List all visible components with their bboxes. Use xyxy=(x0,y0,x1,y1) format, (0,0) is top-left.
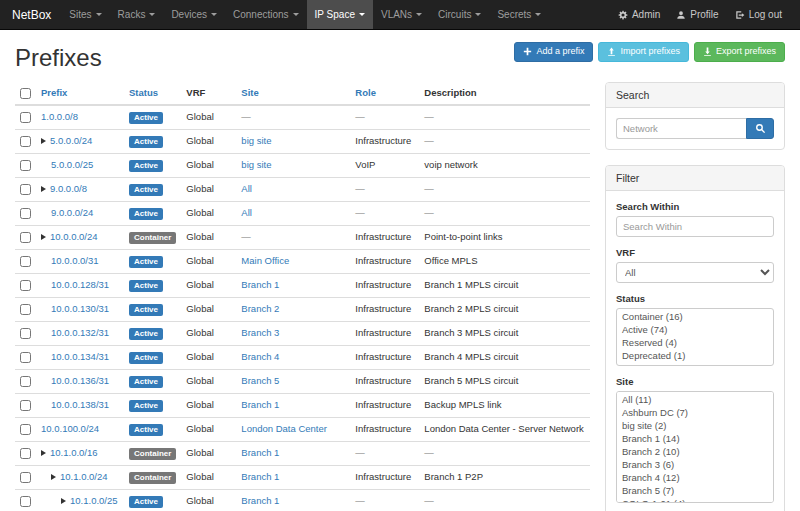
prefix-link[interactable]: 10.1.0.0/25 xyxy=(70,495,118,506)
row-checkbox[interactable] xyxy=(20,160,31,171)
site-link[interactable]: Branch 4 xyxy=(241,351,279,362)
column-header-prefix[interactable]: Prefix xyxy=(41,87,67,98)
row-checkbox[interactable] xyxy=(20,112,31,123)
prefix-link[interactable]: 10.0.0.128/31 xyxy=(51,279,109,290)
nav-item-circuits[interactable]: Circuits xyxy=(430,0,489,29)
select-all-checkbox[interactable] xyxy=(20,88,31,99)
status-filter-select[interactable]: Container (16)Active (74)Reserved (4)Dep… xyxy=(616,308,774,366)
site-link[interactable]: big site xyxy=(241,135,271,146)
nav-item-logout[interactable]: Log out xyxy=(727,0,790,29)
site-link[interactable]: Branch 1 xyxy=(241,495,279,506)
site-link[interactable]: Main Office xyxy=(241,255,289,266)
row-checkbox[interactable] xyxy=(20,136,31,147)
site-link[interactable]: All xyxy=(241,183,252,194)
top-navbar: NetBox Sites Racks Devices Connections I… xyxy=(0,0,800,30)
role-cell: Infrastructure xyxy=(350,345,419,369)
column-header-status[interactable]: Status xyxy=(129,87,158,98)
site-link[interactable]: Branch 1 xyxy=(241,471,279,482)
status-badge: Container xyxy=(129,232,176,244)
prefix-link[interactable]: 9.0.0.0/24 xyxy=(51,207,93,218)
nav-item-label: Devices xyxy=(171,9,207,20)
row-checkbox[interactable] xyxy=(20,400,31,411)
column-header-site[interactable]: Site xyxy=(241,87,258,98)
row-checkbox[interactable] xyxy=(20,256,31,267)
expand-toggle-icon[interactable] xyxy=(51,474,56,480)
button-label: Export prefixes xyxy=(716,47,776,57)
gear-icon xyxy=(618,10,628,20)
vrf-filter-select[interactable]: All xyxy=(616,262,774,283)
prefix-link[interactable]: 10.0.0.0/24 xyxy=(50,231,98,242)
site-link[interactable]: Branch 5 xyxy=(241,375,279,386)
row-checkbox[interactable] xyxy=(20,424,31,435)
prefix-link[interactable]: 9.0.0.0/8 xyxy=(50,183,87,194)
site-link[interactable]: big site xyxy=(241,159,271,170)
site-link[interactable]: Branch 1 xyxy=(241,279,279,290)
prefix-link[interactable]: 10.0.0.0/31 xyxy=(51,255,99,266)
row-checkbox[interactable] xyxy=(20,280,31,291)
nav-item-devices[interactable]: Devices xyxy=(163,0,225,29)
row-checkbox[interactable] xyxy=(20,304,31,315)
status-filter-label: Status xyxy=(616,293,774,304)
filter-panel: Filter Search Within VRF All Status Cont… xyxy=(605,165,785,511)
nav-item-ip-space[interactable]: IP Space xyxy=(307,0,373,29)
prefix-link[interactable]: 10.0.0.130/31 xyxy=(51,303,109,314)
expand-toggle-icon[interactable] xyxy=(61,498,66,504)
expand-toggle-icon[interactable] xyxy=(41,450,46,456)
add-prefix-button[interactable]: Add a prefix xyxy=(514,42,593,62)
prefix-link[interactable]: 10.0.0.134/31 xyxy=(51,351,109,362)
row-checkbox[interactable] xyxy=(20,184,31,195)
site-link[interactable]: Branch 2 xyxy=(241,303,279,314)
chevron-down-icon xyxy=(149,13,155,16)
status-badge: Active xyxy=(129,352,163,364)
expand-toggle-icon[interactable] xyxy=(41,234,46,240)
prefix-link[interactable]: 10.0.0.136/31 xyxy=(51,375,109,386)
site-link[interactable]: London Data Center xyxy=(241,423,327,434)
import-prefixes-button[interactable]: Import prefixes xyxy=(598,42,689,62)
site-cell: Branch 5 xyxy=(236,369,350,393)
brand-logo[interactable]: NetBox xyxy=(10,0,61,29)
vrf-cell: Global xyxy=(181,273,236,297)
status-badge: Active xyxy=(129,400,163,412)
row-checkbox[interactable] xyxy=(20,472,31,483)
site-filter-select[interactable]: All (11)Ashburn DC (7)big site (2)Branch… xyxy=(616,391,774,503)
row-checkbox[interactable] xyxy=(20,352,31,363)
nav-item-secrets[interactable]: Secrets xyxy=(489,0,549,29)
search-within-input[interactable] xyxy=(616,216,774,237)
prefix-link[interactable]: 10.0.0.132/31 xyxy=(51,327,109,338)
expand-toggle-icon[interactable] xyxy=(41,138,46,144)
table-row: 10.1.0.0/16 Container Global Branch 1 — … xyxy=(15,441,590,465)
nav-item-profile[interactable]: Profile xyxy=(668,0,726,29)
row-checkbox[interactable] xyxy=(20,328,31,339)
site-link[interactable]: All xyxy=(241,207,252,218)
column-header-role[interactable]: Role xyxy=(355,87,376,98)
site-link[interactable]: Branch 3 xyxy=(241,327,279,338)
nav-item-connections[interactable]: Connections xyxy=(225,0,307,29)
prefix-link[interactable]: 10.0.100.0/24 xyxy=(41,423,99,434)
prefix-link[interactable]: 5.0.0.0/24 xyxy=(50,135,92,146)
prefix-link[interactable]: 5.0.0.0/25 xyxy=(51,159,93,170)
row-checkbox[interactable] xyxy=(20,448,31,459)
prefix-link[interactable]: 10.1.0.0/16 xyxy=(50,447,98,458)
prefix-link[interactable]: 1.0.0.0/8 xyxy=(41,111,78,122)
row-checkbox[interactable] xyxy=(20,208,31,219)
row-checkbox[interactable] xyxy=(20,232,31,243)
role-cell: Infrastructure xyxy=(350,417,419,441)
nav-item-racks[interactable]: Racks xyxy=(110,0,164,29)
table-row: 5.0.0.0/24 Active Global big site Infras… xyxy=(15,129,590,153)
search-input[interactable] xyxy=(616,118,746,139)
export-prefixes-button[interactable]: Export prefixes xyxy=(694,42,785,62)
prefix-link[interactable]: 10.0.0.138/31 xyxy=(51,399,109,410)
site-link[interactable]: Branch 1 xyxy=(241,447,279,458)
search-button[interactable] xyxy=(746,118,774,139)
chevron-down-icon xyxy=(293,13,299,16)
row-checkbox[interactable] xyxy=(20,376,31,387)
nav-item-label: Profile xyxy=(690,9,718,20)
expand-toggle-icon[interactable] xyxy=(41,186,46,192)
nav-item-admin[interactable]: Admin xyxy=(610,0,668,29)
nav-item-vlans[interactable]: VLANs xyxy=(373,0,430,29)
nav-item-sites[interactable]: Sites xyxy=(61,0,109,29)
status-badge: Active xyxy=(129,184,163,196)
row-checkbox[interactable] xyxy=(20,496,31,507)
site-link[interactable]: Branch 1 xyxy=(241,399,279,410)
prefix-link[interactable]: 10.1.0.0/24 xyxy=(60,471,108,482)
